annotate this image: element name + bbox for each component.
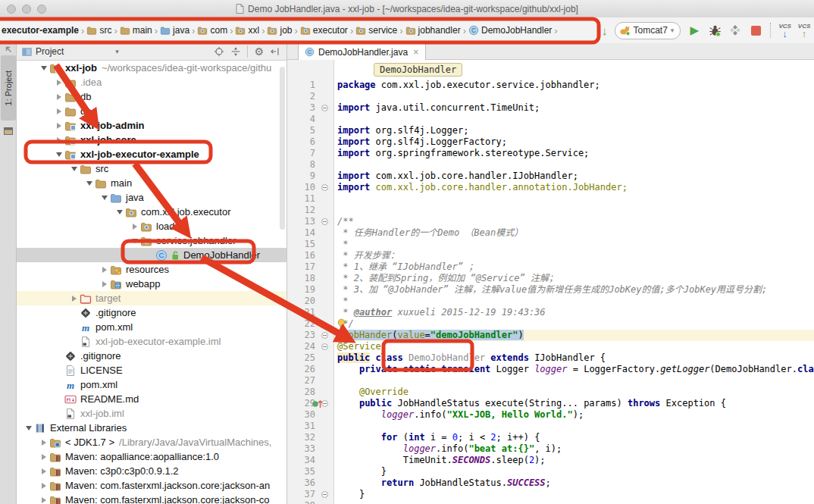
code-line-35[interactable]: } [334,466,814,477]
code-line-7[interactable]: import org.springframework.stereotype.Se… [334,148,814,159]
collapse-arrow-icon[interactable] [68,167,80,171]
tree-item-.gitignore[interactable]: .gitignore [17,349,286,363]
code-line-18[interactable]: * 2、装配到Spring，例如加 “@Service” 注解； [334,273,814,284]
fold-icon[interactable] [321,184,328,191]
tree-item-xxl-job[interactable]: xxl-job ~/workspaces/idea-git-workspace/… [17,61,286,75]
code-line-31[interactable] [334,421,814,432]
tree-item-LICENSE[interactable]: LICENSE [17,363,286,377]
tree-item-target[interactable]: target [17,291,286,305]
tree-item-xxl-job-executor-example.iml[interactable]: xxl-job-executor-example.iml [17,334,286,349]
override-method-icon[interactable] [312,398,324,409]
code-line-32[interactable]: for (int i = 0; i < 2; i++) { [334,432,814,443]
code-line-22[interactable]: */ [334,318,814,330]
expand-arrow-icon[interactable] [68,296,80,302]
breadcrumb-item-executor-example[interactable]: executor-example [2,25,79,36]
tree-item-DemoJobHandler[interactable]: CDemoJobHandler [17,248,286,262]
fold-icon[interactable] [321,343,328,350]
code-line-6[interactable]: import org.slf4j.LoggerFactory; [334,136,814,148]
tree-item-Maven-com.fasterxml.jackson.core-jackson-an[interactable]: Maven: com.fasterxml.jackson.core:jackso… [17,478,286,493]
tree-item-README.md[interactable]: README.md [17,392,286,406]
code-line-13[interactable]: /** [334,216,814,227]
expand-arrow-icon[interactable] [53,123,64,129]
tree-item-db[interactable]: db [17,89,286,104]
code-line-16[interactable]: * 开发步骤： [334,250,814,261]
panel-dropdown-icon[interactable]: ▾ [115,48,119,55]
code-line-25[interactable]: public class DemoJobHandler extends IJob… [334,352,814,364]
tree-item-pom.xml[interactable]: mpom.xml [17,377,286,392]
code-line-24[interactable]: @Service [334,341,814,352]
breadcrumb-item-job[interactable]: job [267,25,292,36]
code-line-2[interactable] [334,91,814,102]
code-line-3[interactable]: import java.util.concurrent.TimeUnit; [334,102,814,114]
tree-item-Maven-com.fasterxml.jackson.core-jackson-co[interactable]: Maven: com.fasterxml.jackson.core:jackso… [17,493,286,504]
code-line-9[interactable]: import com.xxl.job.core.handler.IJobHand… [334,171,814,182]
window-icon[interactable] [2,125,14,137]
tree-item-pom.xml[interactable]: mpom.xml [17,320,286,334]
breadcrumb-item-DemoJobHandler[interactable]: CDemoJobHandler [468,25,552,36]
run-button[interactable]: ▶ [687,23,701,37]
scroll-to-source-icon[interactable] [230,46,241,57]
vcs-commit-button[interactable]: VCS ↑ [798,23,810,38]
breadcrumb-item-src[interactable]: src [86,25,111,36]
run-config-select[interactable]: Tomcat7 ▾ [615,22,681,39]
code-line-33[interactable]: logger.info("beat at:{}", i); [334,443,814,455]
code-line-8[interactable] [334,159,814,171]
tree-item-resources[interactable]: resources [17,262,286,277]
code-line-38[interactable] [334,500,814,504]
code-line-23[interactable]: @JobHander(value="demoJobHandler") [334,330,814,341]
tree-item-xxl-job-admin[interactable]: xxl-job-admin [17,118,286,133]
code-line-5[interactable]: import org.slf4j.Logger; [334,125,814,136]
breadcrumb-item-main[interactable]: main [120,25,152,36]
code-line-21[interactable]: * @author xuxueli 2015-12-19 19:43:36 [334,307,814,318]
tree-item-loader[interactable]: loader [17,219,286,233]
expand-arrow-icon[interactable] [38,468,49,474]
collapse-all-icon[interactable] [270,46,280,57]
navigate-down-icon[interactable]: ↓ [602,24,608,37]
expand-arrow-icon[interactable] [38,483,49,489]
tree-item-External-Libraries[interactable]: External Libraries [17,421,286,435]
tree-item-.gitignore[interactable]: .gitignore [17,305,286,320]
code-line-10[interactable]: import com.xxl.job.core.handler.annotati… [334,182,814,193]
code-line-4[interactable] [334,114,814,125]
breadcrumb-item-com[interactable]: com [197,25,227,36]
editor-tab[interactable]: C DemoJobHandler.java × [298,43,426,60]
code-line-17[interactable]: * 1、继承 “IJobHandler” ； [334,261,814,273]
code-line-15[interactable]: * [334,239,814,250]
vcs-update-button[interactable]: VCS ↓ [778,23,791,38]
expand-arrow-icon[interactable] [129,224,140,230]
locate-icon[interactable] [214,46,224,57]
expand-arrow-icon[interactable] [38,454,49,460]
fold-icon[interactable] [321,491,328,498]
debug-button[interactable] [708,23,722,37]
collapse-arrow-icon[interactable] [129,239,140,243]
breadcrumb-item-service[interactable]: service [355,25,397,36]
tree-item-service.jobhandler[interactable]: service.jobhandler [17,233,286,248]
expand-arrow-icon[interactable] [53,80,64,86]
collapse-arrow-icon[interactable] [83,181,95,186]
intention-bulb-icon[interactable] [337,318,346,329]
tree-item-.idea[interactable]: .idea [17,75,286,89]
expand-arrow-icon[interactable] [53,108,64,114]
collapse-arrow-icon[interactable] [38,66,49,70]
tree-item-xxl-job-core[interactable]: xxl-job-core [17,133,286,147]
project-tool-window-tab[interactable]: 1: Project [1,55,16,121]
breadcrumb-item-jobhandler[interactable]: jobhandler [405,25,461,36]
code-line-30[interactable]: logger.info("XXL-JOB, Hello World."); [334,409,814,421]
code-line-27[interactable] [334,375,814,387]
expand-arrow-icon[interactable] [53,94,64,100]
code-line-12[interactable] [334,205,814,216]
tree-item-webapp[interactable]: webapp [17,277,286,291]
breadcrumb-item-executor[interactable]: executor [300,25,348,36]
stop-button[interactable] [749,23,762,37]
tree-item-com.xxl.job.executor[interactable]: com.xxl.job.executor [17,205,286,219]
fold-icon[interactable] [321,105,328,111]
tree-item-main[interactable]: main [17,176,286,190]
tree-item-doc[interactable]: doc [17,104,286,118]
tree-scrollbar[interactable] [280,67,285,230]
collapse-arrow-icon[interactable] [99,196,110,200]
code-line-36[interactable]: return JobHandleStatus.SUCCESS; [334,477,814,489]
tree-item-src[interactable]: src [17,161,286,176]
expand-arrow-icon[interactable] [53,137,64,143]
hide-panel-icon[interactable] [2,43,14,55]
gear-icon[interactable]: ⚙ [254,46,264,57]
